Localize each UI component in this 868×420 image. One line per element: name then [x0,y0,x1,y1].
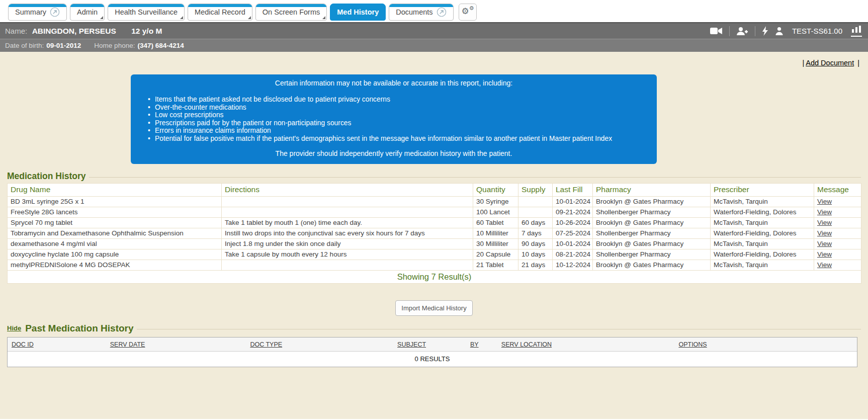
cell-quantity: 30 Milliliter [473,238,518,249]
cell-message: View [814,228,861,238]
settings-gear-button[interactable]: ⚙ ⚙ [459,4,477,21]
notice-bullet: Errors in insurance claims information [140,127,648,135]
tab-label: Summary [15,8,46,16]
notice-bullet: Prescriptions paid for by the patient or… [140,119,648,127]
medication-row: Tobramycin and Dexamethasone Ophthalmic … [8,228,861,238]
gear-small-icon: ⚙ [469,6,474,11]
past-column-link-options[interactable]: OPTIONS [678,341,707,348]
past-column-link-subject[interactable]: SUBJECT [397,341,426,348]
past-column-link-doc-type[interactable]: DOC TYPE [250,341,282,348]
divider [755,26,755,36]
separator: | [857,59,859,67]
cell-drug: methylPREDNISolone 4 MG DOSEPAK [8,260,222,270]
cell-quantity: 21 Tablet [473,260,518,270]
hide-link[interactable]: Hide [7,324,21,332]
view-message-link[interactable]: View [817,229,832,237]
cell-prescriber: McTavish, Tarquin [711,238,814,249]
cell-quantity: 10 Milliliter [473,228,518,238]
cell-message: View [814,249,861,260]
cell-supply: 10 days [518,249,553,260]
video-camera-icon[interactable] [710,27,723,35]
cell-message: View [814,196,861,207]
cell-quantity: 60 Tablet [473,217,518,228]
lightning-icon[interactable] [762,26,768,36]
view-message-link[interactable]: View [817,261,832,269]
cell-pharmacy: Brooklyn @ Gates Pharmacy [593,260,711,270]
cell-drug: Sprycel 70 mg tablet [8,217,222,228]
past-column-link-serv-date[interactable]: SERV DATE [110,341,145,348]
cell-directions [222,260,473,270]
past-column-link-doc-id[interactable]: DOC ID [12,341,34,348]
content-area: |Add Document | Certain information may … [0,52,868,419]
tab-bar: Summary AdminHealth SurveillanceMedical … [0,0,868,22]
cell-pharmacy: Shollenberger Pharmacy [593,228,711,238]
patient-name-group: Name: ABINGDON, PERSEUS 12 y/o M [5,27,162,36]
tab-med-history[interactable]: Med History [330,4,386,21]
add-document-link[interactable]: Add Document [806,59,854,67]
tab-summary[interactable]: Summary [8,4,67,21]
cell-pharmacy: Brooklyn @ Gates Pharmacy [593,238,711,249]
medication-history-heading: Medication History [7,171,86,182]
patient-dob-bar: Date of birth: 09-01-2012 Home phone: (3… [0,39,868,52]
medication-history-heading-row: Medication History [7,171,861,182]
cell-last-fill: 10-26-2024 [553,217,593,228]
external-link-icon[interactable] [50,7,60,17]
dob-label: Date of birth: [5,42,44,49]
notice-title: Certain information may not be available… [140,79,648,87]
past-column-link-serv-location[interactable]: SERV LOCATION [501,341,552,348]
disclaimer-notice: Certain information may not be available… [131,74,657,164]
view-message-link[interactable]: View [817,250,832,258]
app-window: Summary AdminHealth SurveillanceMedical … [0,0,868,419]
cell-supply: 90 days [518,238,553,249]
past-column-doc-id: DOC ID [8,340,106,349]
workstation-id: TEST-SS61.00 [792,27,842,35]
cell-drug: doxycycline hyclate 100 mg capsule [8,249,222,260]
past-column-link-by[interactable]: BY [470,341,479,348]
notice-bullet: Items that the patient asked not be disc… [140,96,648,104]
patient-name-bar: Name: ABINGDON, PERSEUS 12 y/o M TEST-SS… [0,22,868,39]
phone-label: Home phone: [94,42,135,49]
tab-strip: Summary AdminHealth SurveillanceMedical … [8,4,454,21]
past-medication-history-heading: Past Medication History [25,323,133,334]
view-message-link[interactable]: View [817,208,832,216]
cell-pharmacy: Brooklyn @ Gates Pharmacy [593,217,711,228]
cell-pharmacy: Brooklyn @ Gates Pharmacy [593,196,711,207]
cell-last-fill: 10-01-2024 [553,238,593,249]
person-icon[interactable] [775,27,784,35]
medication-row: methylPREDNISolone 4 MG DOSEPAK21 Tablet… [8,260,861,270]
tab-on-screen-forms[interactable]: On Screen Forms [255,4,327,21]
external-link-icon[interactable] [437,7,447,17]
tab-documents[interactable]: Documents [389,4,453,21]
view-message-link[interactable]: View [817,198,832,205]
cell-prescriber: McTavish, Tarquin [711,217,814,228]
medication-history-table: Drug NameDirectionsQuantitySupplyLast Fi… [7,183,861,284]
bar-chart-icon[interactable] [851,26,862,37]
tab-admin[interactable]: Admin [70,4,105,21]
cell-quantity: 20 Capsule [473,249,518,260]
cell-supply: 60 days [518,217,553,228]
cell-directions [222,196,473,207]
past-medication-heading-row: Hide Past Medication History [7,323,861,334]
tab-health-surveillance[interactable]: Health Surveillance [108,4,185,21]
notice-footer: The provider should independently verify… [140,149,648,157]
cell-last-fill: 07-25-2024 [553,228,593,238]
column-header-supply: Supply [518,183,553,196]
column-header-drug-name: Drug Name [8,183,222,196]
medication-row: FreeStyle 28G lancets100 Lancet09-21-202… [8,207,861,217]
cell-prescriber: McTavish, Tarquin [711,260,814,270]
gear-icon: ⚙ [462,7,469,16]
past-column-serv-date: SERV DATE [106,340,246,349]
past-table-header: DOC IDSERV DATEDOC TYPESUBJECTBYSERV LOC… [8,338,857,352]
banner-actions: TEST-SS61.00 [710,26,862,37]
tab-medical-record[interactable]: Medical Record [188,4,252,21]
cell-drug: dexamethasone 4 mg/ml vial [8,238,222,249]
medication-row: BD 3mL syringe 25G x 130 Syringe10-01-20… [8,196,861,207]
cell-last-fill: 08-21-2024 [553,249,593,260]
view-message-link[interactable]: View [817,240,832,247]
column-header-message: Message [814,183,861,196]
cell-directions: Take 1 tablet by mouth 1 (one) time each… [222,217,473,228]
view-message-link[interactable]: View [817,219,832,226]
tab-label: Medical Record [195,8,245,16]
add-person-icon[interactable] [736,27,748,36]
import-medical-history-button[interactable]: Import Medical History [395,300,472,316]
